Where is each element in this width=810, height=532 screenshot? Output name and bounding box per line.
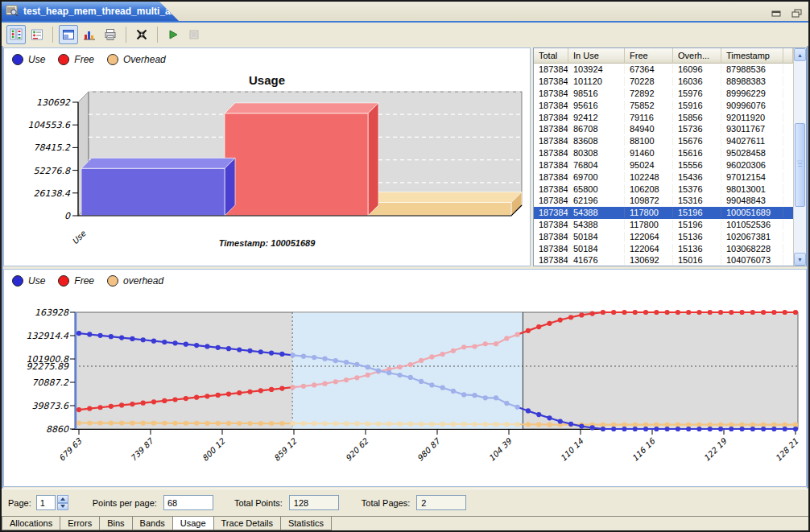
table-cell: 65800 [568, 184, 625, 194]
table-cell: 15856 [673, 113, 721, 122]
column-header[interactable]: Timestamp [721, 48, 783, 64]
close-icon[interactable]: ✕ [195, 6, 203, 17]
attribute-list-button[interactable] [27, 25, 47, 44]
data-point [205, 344, 209, 348]
bottom-tab-bar: AllocationsErrorsBinsBandsUsageTrace Det… [2, 516, 808, 531]
table-row[interactable]: 1873845438811780015196100051689 [534, 207, 793, 219]
table-row[interactable]: 18738483608881001567694027611 [534, 135, 793, 147]
data-point [536, 412, 541, 417]
toolbar [2, 23, 808, 46]
usage-bar-chart-panel: UseFreeOverhead Usage 026138.452276.8784… [3, 47, 531, 266]
data-point [729, 310, 734, 315]
data-point [633, 423, 638, 427]
spinner-up-button[interactable] [57, 495, 68, 503]
data-point [750, 427, 755, 431]
table-row[interactable]: 1873845018412206415136103068228 [534, 242, 793, 254]
page-input[interactable] [36, 495, 56, 510]
data-point [237, 347, 242, 352]
data-point [279, 386, 284, 390]
table-row[interactable]: 18738495616758521591690996076 [534, 99, 793, 111]
data-point [676, 427, 680, 431]
data-point [461, 344, 466, 349]
tab-bins[interactable]: Bins [100, 517, 132, 530]
data-point [141, 401, 146, 406]
run-button[interactable] [163, 25, 183, 44]
table-cell: 117800 [625, 220, 673, 229]
usage-line-chart[interactable]: 679 63739 87800 12859 12920 62980 87104 … [4, 270, 806, 485]
legend-label: Free [74, 275, 94, 287]
data-point [729, 423, 734, 427]
overview-button[interactable] [59, 25, 78, 44]
scroll-down-button[interactable]: ▼ [794, 253, 806, 266]
table-cell: 187384 [534, 220, 568, 229]
restore-icon[interactable] [791, 6, 802, 21]
table-row[interactable]: 187384101120702281603688988383 [534, 76, 793, 88]
attribute-panes-button[interactable] [6, 25, 26, 44]
data-point [130, 402, 134, 406]
data-point [97, 405, 102, 410]
table-row[interactable]: 18738498516728921597689996229 [534, 88, 793, 100]
table-row[interactable]: 187384658001062081537698013001 [534, 183, 793, 195]
data-point [237, 421, 242, 426]
scroll-up-button[interactable]: ▲ [794, 48, 806, 61]
table-cell: 79116 [625, 113, 673, 122]
window: test_heap_mem_thread_multi_alloc ✕ [0, 0, 810, 532]
tab-statistics[interactable]: Statistics [281, 517, 332, 530]
table-row[interactable]: 187384697001022481543697012154 [534, 171, 793, 183]
data-point [761, 423, 766, 427]
tab-allocations[interactable]: Allocations [2, 517, 60, 530]
table-cell: 15196 [673, 220, 721, 229]
table-row[interactable]: 18738480308914601561695028458 [534, 147, 793, 159]
column-header[interactable]: Total [534, 48, 568, 64]
data-point [386, 421, 391, 426]
table-cell: 15616 [673, 148, 721, 158]
editor-tab[interactable]: test_heap_mem_thread_multi_alloc ✕ [2, 2, 179, 21]
table-row[interactable]: 18738476804950241555696020306 [534, 159, 793, 171]
table-cell: 187384 [534, 196, 568, 205]
table-cell: 97012154 [721, 172, 783, 182]
data-point [333, 379, 338, 384]
data-point [643, 423, 648, 427]
spinner-down-button[interactable] [57, 503, 68, 511]
bar-use [81, 168, 225, 216]
data-point [783, 423, 787, 427]
table-cell: 104076073 [721, 255, 783, 265]
collapse-all-button[interactable] [132, 25, 151, 44]
legend-item: Use [12, 54, 45, 65]
data-point [590, 425, 595, 430]
table-row[interactable]: 18738492412791161585692011920 [534, 111, 793, 123]
table-cell: 103068228 [721, 244, 783, 254]
points-per-page-input[interactable] [163, 495, 213, 510]
column-header[interactable]: In Use [568, 48, 625, 64]
table-row[interactable]: 1873844167613069215016104076073 [534, 254, 793, 266]
column-header[interactable]: Free [625, 48, 673, 64]
print-button[interactable] [101, 25, 120, 44]
data-point [226, 346, 231, 351]
table-cell: 102248 [625, 172, 673, 182]
tab-bands[interactable]: Bands [133, 517, 173, 530]
table-scrollbar[interactable]: ▲ ▼ [793, 48, 806, 266]
stop-button[interactable] [184, 25, 204, 44]
data-point [151, 399, 156, 404]
data-point [536, 422, 541, 427]
table-row[interactable]: 187384621961098721531699048843 [534, 195, 793, 207]
tab-trace-details[interactable]: Trace Details [214, 517, 281, 530]
table-cell: 103924 [568, 64, 625, 74]
data-point [216, 421, 221, 426]
table-cell: 91460 [625, 148, 673, 158]
data-point [397, 365, 402, 369]
table-row[interactable]: 18738486708849401573693011767 [534, 123, 793, 135]
column-header[interactable]: Overh... [673, 48, 721, 64]
data-point [301, 354, 306, 359]
data-point [708, 310, 713, 315]
x-tick-label: 104 39 [487, 435, 515, 463]
tab-errors[interactable]: Errors [60, 517, 100, 530]
table-row[interactable]: 1873845438811780015196101052536 [534, 219, 793, 231]
table-row[interactable]: 1873845018412206415136102067381 [534, 230, 793, 242]
scrollbar-thumb[interactable] [795, 123, 805, 207]
tab-usage[interactable]: Usage [173, 517, 214, 530]
bar-top-face [81, 158, 235, 168]
minimize-icon[interactable] [771, 6, 782, 21]
table-row[interactable]: 187384103924673641609687988536 [534, 64, 793, 76]
bar-chart-button[interactable] [80, 25, 99, 44]
